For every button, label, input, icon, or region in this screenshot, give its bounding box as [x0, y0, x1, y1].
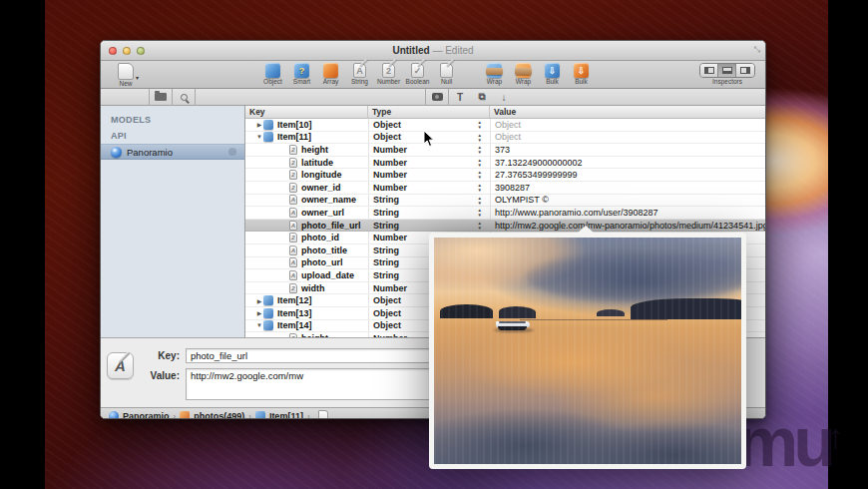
resize-icon[interactable]: ⤡ — [754, 45, 760, 55]
download-arrow-icon: ↓ — [502, 92, 507, 103]
inspectors-control: Inspectors — [699, 63, 755, 85]
type-stepper-icon[interactable]: ▲▼ — [478, 120, 482, 130]
breadcrumb-label: Panoramio — [123, 411, 170, 419]
disclosure-triangle-icon[interactable]: ▶ — [255, 309, 263, 316]
link-tool-button[interactable]: ⧉ — [471, 89, 493, 106]
table-row[interactable]: 2 longitude Number ▲▼ 27.37653499999999 — [245, 169, 765, 182]
type-button-group: Object ? Smart Array A String 2 Number ✓… — [258, 62, 461, 85]
add-string-button[interactable]: A String — [345, 63, 374, 85]
photo-preview[interactable] — [434, 238, 741, 464]
left-inspector-toggle[interactable] — [700, 64, 718, 77]
add-boolean-button[interactable]: ✓ Boolean — [403, 63, 432, 85]
type-icon: 2 — [289, 158, 297, 168]
add-null-button[interactable]: Null — [432, 63, 461, 85]
type-stepper-icon[interactable]: ▲▼ — [478, 133, 482, 143]
key-text: Item[10] — [277, 120, 312, 130]
close-button[interactable] — [109, 47, 117, 55]
cloud-band — [526, 251, 741, 301]
value-cell[interactable]: 37.132249000000002 — [490, 157, 765, 169]
disclosure-triangle-icon[interactable]: ▶ — [255, 297, 263, 304]
preview-button[interactable] — [426, 89, 448, 106]
type-cell[interactable]: Number ▲▼ — [368, 169, 490, 181]
bulk-button[interactable]: ⇩ Bulk — [538, 63, 567, 85]
type-cell[interactable]: String ▲▼ — [368, 207, 490, 219]
breadcrumb-item-photos-499-[interactable]: photos(499) — [180, 411, 244, 419]
key-text: owner_url — [301, 208, 344, 218]
table-row[interactable]: 2 owner_id Number ▲▼ 3908287 — [245, 182, 765, 195]
table-row[interactable]: 2 height Number ▲▼ 373 — [245, 144, 765, 157]
column-header-key[interactable]: Key — [245, 106, 368, 118]
type-cell[interactable]: Object ▲▼ — [368, 119, 490, 131]
search-button[interactable] — [173, 89, 195, 106]
value-cell[interactable]: Object — [490, 132, 765, 144]
key-cell: A photo_title — [245, 244, 368, 256]
right-inspector-toggle[interactable] — [736, 64, 754, 77]
wrap-button[interactable]: Wrap — [509, 63, 538, 85]
key-input[interactable]: photo_file_url — [186, 348, 430, 363]
breadcrumb-item-panoramio[interactable]: Panoramio — [109, 411, 170, 419]
key-text: upload_date — [301, 270, 354, 280]
wrap-button[interactable]: Wrap — [480, 63, 509, 85]
bottom-inspector-toggle[interactable] — [718, 64, 736, 77]
value-cell[interactable]: http://www.panoramio.com/user/3908287 — [490, 207, 765, 219]
table-row[interactable]: ▶ Item[10] Object ▲▼ Object — [245, 119, 765, 132]
inspectors-segmented-control — [699, 63, 755, 78]
toolbar-button-label: Null — [441, 78, 452, 85]
disclosure-triangle-icon[interactable]: ▼ — [255, 322, 263, 328]
table-row[interactable]: A owner_name String ▲▼ OLYMPIST © — [245, 195, 765, 208]
value-cell[interactable]: 27.37653499999999 — [490, 169, 765, 181]
globe-icon — [111, 147, 122, 158]
string-type-icon: A — [115, 357, 126, 374]
titlebar[interactable]: Untitled — Edited ⤡ — [101, 41, 765, 61]
key-text: height — [301, 333, 328, 337]
bulk-button[interactable]: ⇩ Bulk — [567, 63, 596, 85]
type-stepper-icon[interactable]: ▲▼ — [478, 196, 482, 206]
sidebar-item-panoramio[interactable]: Panoramio — [101, 144, 244, 160]
disclosure-triangle-icon[interactable]: ▶ — [255, 121, 263, 128]
link-icon: ⧉ — [478, 91, 485, 103]
add-array-button[interactable]: Array — [316, 63, 345, 85]
disclosure-triangle-icon[interactable]: ▼ — [255, 134, 263, 140]
string-type-button[interactable]: A — [107, 352, 134, 379]
folder-button[interactable] — [150, 89, 172, 106]
type-stepper-icon[interactable]: ▲▼ — [478, 158, 482, 168]
add-object-button[interactable]: Object — [258, 63, 287, 85]
island-silhouette — [631, 298, 741, 318]
type-cell[interactable]: Number ▲▼ — [368, 182, 490, 194]
value-cell[interactable]: 373 — [490, 144, 765, 156]
add-smart-button[interactable]: ? Smart — [287, 63, 316, 85]
camera-icon — [432, 93, 443, 101]
table-row[interactable]: 2 latitude Number ▲▼ 37.132249000000002 — [245, 157, 765, 170]
toolbar-button-label: Array — [323, 78, 339, 85]
key-cell: ▶ Item[13] — [245, 307, 368, 319]
type-cell[interactable]: String ▲▼ — [368, 195, 490, 207]
zoom-button[interactable] — [137, 47, 145, 55]
value-cell[interactable]: 3908287 — [490, 182, 765, 194]
column-header-type[interactable]: Type — [368, 106, 490, 118]
type-stepper-icon[interactable]: ▲▼ — [478, 145, 482, 155]
type-text: String — [373, 270, 399, 280]
breadcrumb-item-item-11-[interactable]: Item[11] — [255, 411, 303, 419]
breadcrumb-icon — [109, 411, 119, 419]
value-cell[interactable]: Object — [490, 119, 765, 131]
type-stepper-icon[interactable]: ▲▼ — [478, 183, 482, 193]
key-text: Item[13] — [277, 308, 312, 318]
new-button-label: New — [119, 80, 132, 87]
type-stepper-icon[interactable]: ▲▼ — [478, 170, 482, 180]
type-stepper-icon[interactable]: ▲▼ — [478, 208, 482, 218]
popover-frame — [429, 233, 746, 469]
value-input[interactable]: http://mw2.google.com/mw — [186, 368, 430, 400]
key-text: photo_id — [301, 233, 339, 243]
window-title-suffix: — Edited — [432, 45, 473, 56]
table-row[interactable]: ▼ Item[11] Object ▲▼ Object — [245, 132, 765, 145]
column-header-value[interactable]: Value — [490, 106, 765, 118]
download-button[interactable]: ↓ — [493, 89, 515, 106]
minimize-button[interactable] — [123, 47, 131, 55]
value-cell[interactable]: OLYMPIST © — [490, 195, 765, 207]
table-row[interactable]: A owner_url String ▲▼ http://www.panoram… — [245, 207, 765, 220]
type-cell[interactable]: Number ▲▼ — [368, 157, 490, 169]
add-number-button[interactable]: 2 Number — [374, 63, 403, 85]
type-text: String — [373, 195, 399, 205]
new-button[interactable]: New — [109, 63, 143, 87]
text-tool-button[interactable]: T — [449, 89, 471, 106]
